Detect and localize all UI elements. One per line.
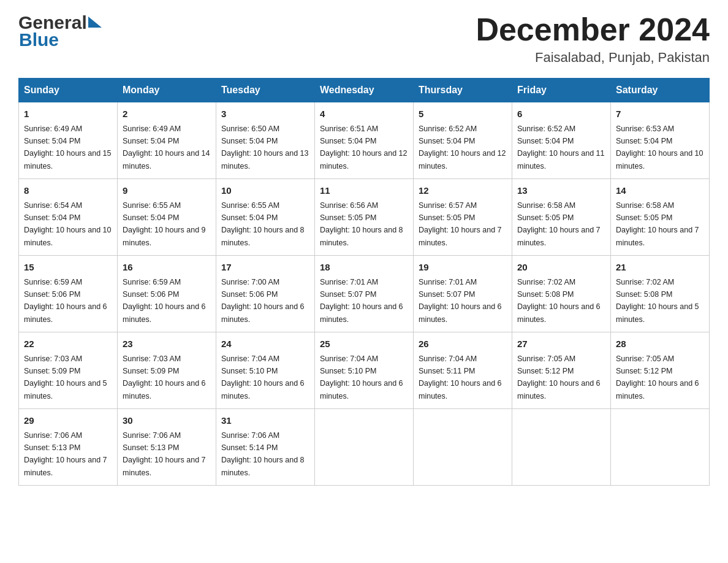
calendar-cell: 24Sunrise: 7:04 AMSunset: 5:10 PMDayligh… — [216, 332, 315, 409]
day-number: 16 — [123, 261, 211, 275]
calendar-cell: 1Sunrise: 6:49 AMSunset: 5:04 PMDaylight… — [19, 102, 118, 179]
calendar-header-monday: Monday — [118, 79, 216, 102]
day-info: Sunrise: 6:52 AMSunset: 5:04 PMDaylight:… — [517, 124, 604, 170]
day-number: 18 — [320, 261, 408, 275]
calendar-cell: 12Sunrise: 6:57 AMSunset: 5:05 PMDayligh… — [414, 179, 512, 256]
day-info: Sunrise: 6:53 AMSunset: 5:04 PMDaylight:… — [616, 124, 703, 170]
day-number: 12 — [419, 184, 507, 198]
day-number: 29 — [24, 414, 112, 428]
day-info: Sunrise: 7:01 AMSunset: 5:07 PMDaylight:… — [419, 278, 502, 324]
day-info: Sunrise: 7:04 AMSunset: 5:10 PMDaylight:… — [221, 354, 305, 400]
day-number: 26 — [419, 337, 507, 351]
calendar-cell: 20Sunrise: 7:02 AMSunset: 5:08 PMDayligh… — [512, 256, 611, 332]
day-info: Sunrise: 7:04 AMSunset: 5:11 PMDaylight:… — [419, 354, 502, 400]
day-info: Sunrise: 7:02 AMSunset: 5:08 PMDaylight:… — [517, 278, 601, 324]
day-number: 27 — [517, 337, 605, 351]
calendar-header-thursday: Thursday — [414, 79, 512, 102]
day-info: Sunrise: 7:01 AMSunset: 5:07 PMDaylight:… — [320, 278, 403, 324]
calendar-cell: 15Sunrise: 6:59 AMSunset: 5:06 PMDayligh… — [19, 256, 118, 332]
day-number: 20 — [517, 261, 605, 275]
day-number: 4 — [320, 107, 408, 121]
day-number: 6 — [517, 107, 605, 121]
day-number: 8 — [24, 184, 112, 198]
calendar-cell: 9Sunrise: 6:55 AMSunset: 5:04 PMDaylight… — [118, 179, 216, 256]
calendar-cell: 16Sunrise: 6:59 AMSunset: 5:06 PMDayligh… — [118, 256, 216, 332]
day-number: 15 — [24, 261, 112, 275]
calendar-cell: 14Sunrise: 6:58 AMSunset: 5:05 PMDayligh… — [611, 179, 710, 256]
day-number: 30 — [123, 414, 211, 428]
calendar-cell: 25Sunrise: 7:04 AMSunset: 5:10 PMDayligh… — [315, 332, 414, 409]
calendar-header-sunday: Sunday — [19, 79, 118, 102]
calendar-cell — [611, 409, 710, 486]
calendar-week-row: 22Sunrise: 7:03 AMSunset: 5:09 PMDayligh… — [19, 332, 710, 409]
day-number: 10 — [221, 184, 309, 198]
calendar-header-friday: Friday — [512, 79, 611, 102]
day-number: 11 — [320, 184, 408, 198]
day-info: Sunrise: 6:52 AMSunset: 5:04 PMDaylight:… — [419, 124, 506, 170]
day-info: Sunrise: 6:55 AMSunset: 5:04 PMDaylight:… — [123, 201, 206, 247]
calendar-cell: 7Sunrise: 6:53 AMSunset: 5:04 PMDaylight… — [611, 102, 710, 179]
day-info: Sunrise: 6:50 AMSunset: 5:04 PMDaylight:… — [221, 124, 308, 170]
calendar-header-wednesday: Wednesday — [315, 79, 414, 102]
day-number: 17 — [221, 261, 309, 275]
calendar-cell: 30Sunrise: 7:06 AMSunset: 5:13 PMDayligh… — [118, 409, 216, 486]
day-info: Sunrise: 7:04 AMSunset: 5:10 PMDaylight:… — [320, 354, 403, 400]
calendar-cell: 6Sunrise: 6:52 AMSunset: 5:04 PMDaylight… — [512, 102, 611, 179]
day-info: Sunrise: 6:49 AMSunset: 5:04 PMDaylight:… — [24, 124, 111, 170]
day-info: Sunrise: 7:05 AMSunset: 5:12 PMDaylight:… — [616, 354, 699, 400]
day-number: 24 — [221, 337, 309, 351]
day-info: Sunrise: 6:49 AMSunset: 5:04 PMDaylight:… — [123, 124, 210, 170]
calendar-cell: 27Sunrise: 7:05 AMSunset: 5:12 PMDayligh… — [512, 332, 611, 409]
calendar-table: SundayMondayTuesdayWednesdayThursdayFrid… — [18, 78, 710, 486]
day-info: Sunrise: 7:03 AMSunset: 5:09 PMDaylight:… — [24, 354, 107, 400]
day-info: Sunrise: 6:57 AMSunset: 5:05 PMDaylight:… — [419, 201, 502, 247]
month-title: December 2024 — [476, 12, 710, 47]
day-info: Sunrise: 7:03 AMSunset: 5:09 PMDaylight:… — [123, 354, 206, 400]
logo: General Blue — [18, 12, 102, 50]
calendar-header-row: SundayMondayTuesdayWednesdayThursdayFrid… — [19, 79, 710, 102]
day-number: 21 — [616, 261, 704, 275]
calendar-cell: 2Sunrise: 6:49 AMSunset: 5:04 PMDaylight… — [118, 102, 216, 179]
day-info: Sunrise: 7:00 AMSunset: 5:06 PMDaylight:… — [221, 278, 305, 324]
day-info: Sunrise: 6:56 AMSunset: 5:05 PMDaylight:… — [320, 201, 403, 247]
calendar-cell: 10Sunrise: 6:55 AMSunset: 5:04 PMDayligh… — [216, 179, 315, 256]
day-number: 31 — [221, 414, 309, 428]
calendar-cell: 17Sunrise: 7:00 AMSunset: 5:06 PMDayligh… — [216, 256, 315, 332]
calendar-cell: 21Sunrise: 7:02 AMSunset: 5:08 PMDayligh… — [611, 256, 710, 332]
day-info: Sunrise: 6:59 AMSunset: 5:06 PMDaylight:… — [123, 278, 206, 324]
calendar-cell: 19Sunrise: 7:01 AMSunset: 5:07 PMDayligh… — [414, 256, 512, 332]
day-number: 1 — [24, 107, 112, 121]
calendar-cell: 8Sunrise: 6:54 AMSunset: 5:04 PMDaylight… — [19, 179, 118, 256]
day-info: Sunrise: 6:58 AMSunset: 5:05 PMDaylight:… — [616, 201, 699, 247]
calendar-cell: 18Sunrise: 7:01 AMSunset: 5:07 PMDayligh… — [315, 256, 414, 332]
day-info: Sunrise: 6:58 AMSunset: 5:05 PMDaylight:… — [517, 201, 601, 247]
calendar-header-saturday: Saturday — [611, 79, 710, 102]
calendar-week-row: 8Sunrise: 6:54 AMSunset: 5:04 PMDaylight… — [19, 179, 710, 256]
calendar-cell — [414, 409, 512, 486]
day-number: 13 — [517, 184, 605, 198]
day-info: Sunrise: 6:54 AMSunset: 5:04 PMDaylight:… — [24, 201, 111, 247]
calendar-week-row: 15Sunrise: 6:59 AMSunset: 5:06 PMDayligh… — [19, 256, 710, 332]
title-block: December 2024 Faisalabad, Punjab, Pakist… — [476, 12, 710, 66]
day-info: Sunrise: 6:59 AMSunset: 5:06 PMDaylight:… — [24, 278, 107, 324]
day-number: 3 — [221, 107, 309, 121]
page-header: General Blue December 2024 Faisalabad, P… — [18, 12, 710, 66]
calendar-week-row: 1Sunrise: 6:49 AMSunset: 5:04 PMDaylight… — [19, 102, 710, 179]
logo-triangle-icon — [88, 17, 102, 28]
calendar-cell: 26Sunrise: 7:04 AMSunset: 5:11 PMDayligh… — [414, 332, 512, 409]
day-number: 28 — [616, 337, 704, 351]
day-number: 14 — [616, 184, 704, 198]
calendar-cell: 13Sunrise: 6:58 AMSunset: 5:05 PMDayligh… — [512, 179, 611, 256]
day-info: Sunrise: 6:55 AMSunset: 5:04 PMDaylight:… — [221, 201, 305, 247]
calendar-cell: 23Sunrise: 7:03 AMSunset: 5:09 PMDayligh… — [118, 332, 216, 409]
day-number: 5 — [419, 107, 507, 121]
day-number: 25 — [320, 337, 408, 351]
day-number: 7 — [616, 107, 704, 121]
day-info: Sunrise: 7:06 AMSunset: 5:13 PMDaylight:… — [123, 431, 206, 477]
calendar-header-tuesday: Tuesday — [216, 79, 315, 102]
calendar-cell: 22Sunrise: 7:03 AMSunset: 5:09 PMDayligh… — [19, 332, 118, 409]
calendar-cell — [512, 409, 611, 486]
day-number: 23 — [123, 337, 211, 351]
day-number: 19 — [419, 261, 507, 275]
calendar-week-row: 29Sunrise: 7:06 AMSunset: 5:13 PMDayligh… — [19, 409, 710, 486]
